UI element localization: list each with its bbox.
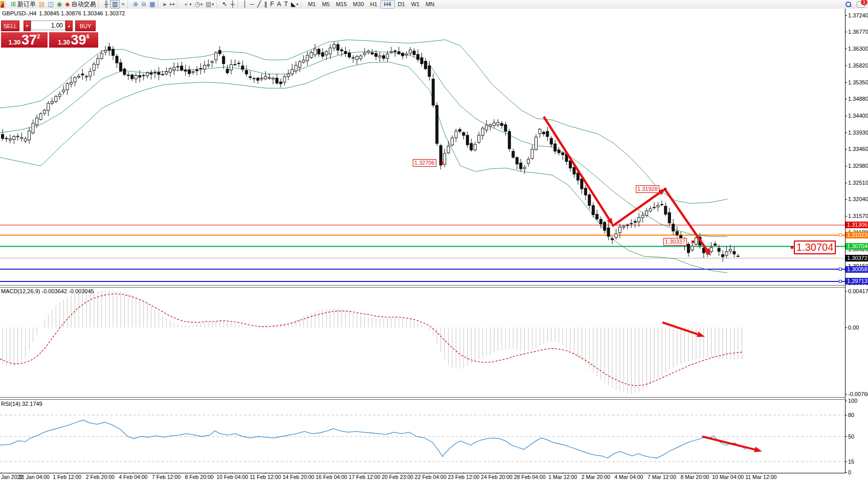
vertical-line-icon: │: [243, 1, 247, 8]
data-window-button[interactable]: ◫: [46, 1, 55, 8]
toolbar-separator: [177, 1, 180, 8]
indicators-button[interactable]: ＋▾: [181, 1, 193, 8]
toolbar-separator: [98, 1, 101, 8]
date-tick: [530, 472, 530, 474]
date-tick: [265, 472, 266, 474]
equidistant-channel-button[interactable]: ∥: [262, 1, 269, 8]
autotrade-button[interactable]: ◆自动交易: [63, 1, 97, 8]
trendline-button[interactable]: ╱: [256, 1, 262, 8]
cursor-button[interactable]: ↖: [220, 1, 229, 8]
periods-button[interactable]: ◷▾: [193, 1, 205, 8]
crosshair-button[interactable]: ┼: [229, 1, 236, 8]
timeframe-m30-button[interactable]: M30: [350, 1, 367, 8]
zoom-out-button[interactable]: ⊖: [140, 1, 148, 8]
cursor-icon: ↖: [222, 1, 227, 8]
auto-scroll-button[interactable]: ▸: [162, 1, 168, 8]
axis-tick-label: 0.00: [848, 324, 859, 331]
line-handle[interactable]: [839, 233, 842, 236]
date-tick: [199, 472, 200, 474]
price-callout[interactable]: 1.31928: [636, 185, 659, 193]
date-tick: [728, 472, 728, 474]
date-tick: [232, 472, 233, 474]
toolbar-separator: [5, 1, 8, 8]
timeframe-h1-button[interactable]: H1: [367, 1, 381, 8]
price-panel[interactable]: [0, 10, 845, 285]
fibonacci-button[interactable]: F: [269, 1, 275, 8]
date-tick: [365, 472, 365, 474]
search-icon[interactable]: [845, 2, 852, 8]
tile-windows-button[interactable]: ▦: [148, 1, 157, 8]
time-axis[interactable]: Jan 202231 Jan 04:001 Feb 12:002 Feb 20:…: [0, 473, 845, 480]
axis-tick: [845, 216, 847, 216]
axis-tick-label: 0: [848, 469, 851, 475]
candlestick-chart-button[interactable]: ▥: [110, 0, 120, 9]
new-order-label: 新订单: [17, 0, 36, 9]
zoom-in-button[interactable]: ⊕: [131, 1, 140, 8]
text-button[interactable]: A: [276, 1, 283, 8]
date-label: 17 Feb 12:00: [349, 474, 381, 480]
timeframe-d1-button[interactable]: D1: [395, 1, 408, 8]
date-label: 28 Feb 04:00: [514, 474, 546, 480]
date-label: 4 Feb 04:00: [119, 474, 147, 480]
axis-tick-label: 1.35820: [848, 62, 868, 69]
price-tag: 1.31306: [845, 222, 868, 228]
chat-icon[interactable]: 1: [857, 1, 865, 8]
chevron-down-icon[interactable]: ▾: [212, 2, 214, 7]
line-chart-button[interactable]: ≈: [120, 1, 126, 8]
price-axis[interactable]: 1.372401.367701.363001.358201.353501.348…: [845, 9, 868, 473]
chevron-down-icon[interactable]: ▾: [201, 2, 203, 7]
toolbar-separator: [158, 1, 161, 8]
date-tick: [563, 472, 563, 474]
axis-tick-label: 1.33460: [848, 146, 868, 152]
new-order-button[interactable]: ⊞新订单: [9, 1, 37, 8]
zoom-in-icon: ⊕: [133, 1, 138, 8]
date-label: 31 Jan 04:00: [18, 474, 50, 480]
rsi-panel[interactable]: [0, 399, 845, 473]
timeframe-m1-button[interactable]: M1: [305, 1, 319, 8]
macd-panel[interactable]: [0, 287, 845, 397]
templates-button[interactable]: ▧▾: [204, 1, 215, 8]
timeframe-mn-button[interactable]: MN: [422, 1, 437, 8]
date-label: 10 Mar 04:00: [712, 474, 744, 480]
timeframe-h4-button[interactable]: H4: [381, 0, 395, 9]
axis-tick-label: 1.35350: [848, 79, 868, 85]
price-callout[interactable]: 1.32706: [413, 159, 436, 167]
axis-tick-label: 1.34400: [848, 113, 868, 119]
axis-tick-label: 100: [848, 398, 857, 404]
vertical-line-button[interactable]: │: [241, 1, 249, 8]
timeframe-m15-button[interactable]: M15: [333, 1, 350, 8]
axis-tick: [845, 149, 847, 149]
shapes-button[interactable]: ◣▾: [290, 1, 300, 8]
axis-tick: [845, 394, 847, 395]
trendline-icon: ╱: [257, 1, 261, 8]
notification-badge: 1: [861, 0, 867, 5]
horizontal-line-button[interactable]: ─: [248, 1, 256, 8]
date-tick: [662, 472, 662, 474]
timeframe-w1-button[interactable]: W1: [408, 1, 423, 8]
date-tick: [497, 472, 497, 474]
date-tick: [1, 472, 2, 474]
price-callout[interactable]: 1.30704: [794, 241, 836, 254]
date-label: 11 Mar 12:00: [745, 474, 776, 480]
price-callout[interactable]: 1.30337: [663, 238, 687, 246]
chart-window-icon: [1, 1, 4, 8]
chevron-down-icon[interactable]: ▾: [189, 2, 191, 7]
price-tag: 1.29713: [845, 278, 868, 285]
text-label-button[interactable]: T: [283, 1, 290, 8]
chevron-down-icon[interactable]: ▾: [296, 2, 298, 7]
chart-shift-button[interactable]: ↦: [168, 1, 176, 8]
date-label: 1 Mar 12:00: [548, 474, 577, 480]
date-tick: [331, 472, 332, 474]
line-handle[interactable]: [839, 268, 842, 271]
line-handle[interactable]: [839, 280, 842, 283]
zoom-out-icon: ⊖: [141, 1, 146, 8]
axis-tick-label: -0.007666: [848, 391, 868, 397]
chart-window[interactable]: GBPUSD-,H41.30845 1.30876 1.30346 1.3037…: [0, 9, 868, 480]
market-watch-button[interactable]: ▤: [37, 1, 46, 8]
price-tag: 1.30372: [845, 255, 868, 261]
navigator-button[interactable]: ◉: [55, 1, 63, 8]
callout-anchor: [791, 246, 793, 249]
bar-chart-button[interactable]: ╫: [102, 1, 110, 8]
timeframe-m5-button[interactable]: M5: [319, 1, 332, 8]
date-label: 22 Feb 04:00: [415, 474, 447, 480]
